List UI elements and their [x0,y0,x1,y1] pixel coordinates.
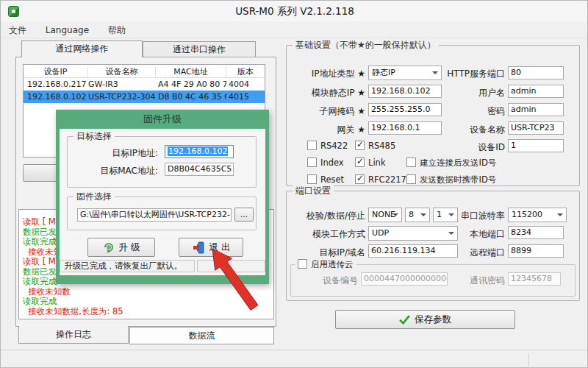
checkbox-icon [307,141,317,150]
checkbox-icon [307,158,317,167]
checkbox-icon [355,141,365,150]
firmware-path-input[interactable]: G:\固件\串口转以太网固件\USR-TCP232- [77,208,232,222]
checkbox-icon [355,158,365,167]
port-settings-title: 端口设置 [293,185,334,197]
checkbox-icon [307,174,317,184]
device-id-label: 设备ID [412,141,505,154]
cell-version: 4015 [229,91,265,103]
column-header-name[interactable]: 设备名称 [88,66,156,77]
tab-serial-operation[interactable]: 通过串口操作 [143,41,256,57]
dialog-status-message: 升级已完成，请恢复出厂默认。 [60,260,195,272]
titlebar: USR-M0 系列 V2.1.2.118 [1,1,588,21]
save-params-label: 保存参数 [415,314,451,326]
checkbox-label: Index [320,158,344,168]
netmask-label: 子网掩码 ★ [286,105,365,118]
menu-help[interactable]: 帮助 [100,21,134,38]
statusbar-divider [528,353,529,367]
target-mac-input[interactable]: D8B04C4635C5 [165,163,234,176]
tab-network-operation[interactable]: 通过网络操作 [21,40,143,57]
checkbox-reset[interactable]: Reset [307,174,344,185]
firmware-select-title: 固件选择 [74,191,115,203]
ip-type-label: IP地址类型 ★ [286,68,365,80]
remote-port-label: 远程端口 [412,247,505,259]
checkbox-icon [406,174,416,184]
cell-mac-address: A4 4F 29 A0 80 77 [158,78,226,91]
firmware-upgrade-dialog: 固件升级 目标选择 目标IP地址: 192.168.0.102 目标MAC地址:… [56,110,269,284]
target-ip-input[interactable]: 192.168.0.102 [165,145,234,158]
upgrade-label: 升 级 [119,241,140,254]
column-header-version[interactable]: 版本 [226,66,265,77]
log-line: 接收未知数据,长度为: 85 [23,307,270,317]
device-name-input[interactable]: USR-TCP23 [508,121,564,135]
upgrade-button[interactable]: 升 级 [87,238,155,257]
parity-select[interactable]: NONE [368,208,402,222]
baud-rate-select[interactable]: 115200 [508,208,567,222]
dialog-body: 目标选择 目标IP地址: 192.168.0.102 目标MAC地址: D8B0… [60,129,265,275]
save-params-button[interactable]: 保存参数 [335,310,515,329]
device-name-label: 设备名称 [412,124,505,136]
parity-label: 校验/数据/停止 [286,210,365,222]
work-mode-label: 模块工作方式 [286,228,365,241]
upgrade-refresh-icon [103,241,115,253]
checkbox-rs485[interactable]: RS485 [355,141,395,151]
checkbox-send-id-with-data[interactable]: 发送数据时携带ID号 [406,174,496,185]
target-ip-label: 目标IP地址: [67,147,158,160]
checkbox-index[interactable]: Index [307,158,344,168]
device-number-input[interactable]: 00004470000000000001 [361,272,448,286]
column-header-ip[interactable]: 设备IP [24,66,88,77]
checkbox-enable-cloud[interactable]: 启用透传云 [295,259,356,270]
table-row[interactable]: 192.168.0.217 GW-IR3 A4 4F 29 A0 80 77 4… [24,78,265,91]
menubar: 文件 Language 帮助 [1,21,588,38]
target-mac-label: 目标MAC地址: [67,165,158,177]
exit-label: 退 出 [209,241,231,254]
username-input[interactable]: admin [508,85,564,98]
remote-port-input[interactable]: 8899 [508,244,564,258]
checkbox-rfc2217[interactable]: RFC2217 [355,174,406,185]
checkbox-label: 建立连接后发送ID号 [420,158,496,168]
gateway-label: 网关 ★ [286,124,365,136]
device-id-input[interactable]: 1 [508,139,564,152]
static-ip-label: 模块静态IP ★ [286,87,365,99]
table-row-selected[interactable]: 192.168.0.102 USR-TCP232-304 D8 B0 4C 46… [24,91,265,103]
column-header-mac[interactable]: MAC地址 [156,66,226,77]
local-port-label: 本地端口 [412,228,505,241]
comm-password-input[interactable]: 12345678 [508,272,561,286]
http-port-label: HTTP服务端口 [412,68,505,80]
checkbox-rs422[interactable]: RS422 [307,141,348,151]
dialog-title[interactable]: 固件升级 [56,110,269,129]
menu-file[interactable]: 文件 [1,21,35,38]
password-label: 密码 [412,105,505,118]
basic-settings-title: 基础设置（不带★的一般保持默认） [293,39,439,52]
checkmark-icon [399,315,410,325]
cell-version: 4004 [229,78,265,91]
selected-text: 192.168.0.102 [168,146,228,156]
username-label: 用户名 [412,87,505,99]
tab-operation-log[interactable]: 操作日志 [18,326,129,344]
device-list-header: 设备IP 设备名称 MAC地址 版本 [24,65,265,78]
baud-rate-label: 串口波特率 [412,210,505,222]
http-port-input[interactable]: 80 [508,66,564,79]
cell-device-name: GW-IR3 [88,78,156,91]
checkbox-label: Link [368,158,386,168]
exit-button[interactable]: 退 出 [179,238,243,257]
password-input[interactable]: admin [508,103,564,116]
device-number-label: 设备编号 [295,275,358,287]
checkbox-label: RS485 [368,141,395,151]
target-ip-domain-label: 目标IP/域名 [286,247,365,259]
cell-device-name: USR-TCP232-304 [88,91,156,103]
tab-data-stream[interactable]: 数据流 [129,327,274,344]
checkbox-label: RS422 [320,141,348,151]
checkbox-label: 发送数据时携带ID号 [420,174,496,185]
browse-button[interactable]: ... [234,208,254,222]
exit-door-icon [192,241,205,254]
checkbox-label: Reset [320,174,344,185]
menu-language[interactable]: Language [37,22,97,39]
checkbox-icon [406,158,416,167]
main-window: USR-M0 系列 V2.1.2.118 文件 Language 帮助 通过网络… [0,0,588,368]
target-select-group: 目标选择 [67,136,257,188]
local-port-input[interactable]: 8234 [508,226,564,239]
checkbox-send-id-on-connect[interactable]: 建立连接后发送ID号 [406,158,496,169]
window-statusbar [1,350,588,368]
cell-mac-address: D8 B0 4C 46 35 C5 [158,91,226,103]
checkbox-link[interactable]: Link [355,158,386,168]
